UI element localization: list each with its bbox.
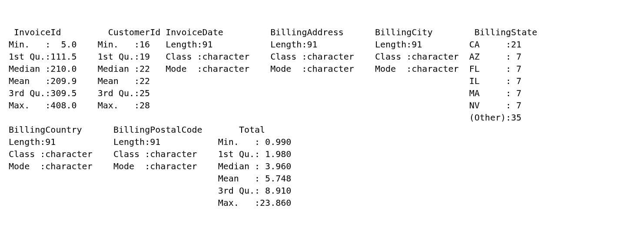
col-header-billingpostalcode: BillingPostalCode xyxy=(108,124,202,135)
col-header-total: Total xyxy=(213,124,297,135)
row1-line5: 3rd Qu.:309.5 3rd Qu.:25 MA : 7 xyxy=(3,88,532,98)
row2-line1: Length:91 Length:91 Min. : 0.990 xyxy=(3,137,296,147)
col-header-billingcity: BillingCity xyxy=(370,27,464,37)
row2-header: BillingCountry BillingPostalCode Total xyxy=(3,124,296,135)
row1-line6: Max. :408.0 Max. :28 NV : 7 xyxy=(3,100,532,111)
row2-line4: Mean : 5.748 xyxy=(3,173,296,184)
col-header-billingcountry: BillingCountry xyxy=(3,124,98,135)
row1-line3: Median :210.0 Median :22 Mode :character… xyxy=(3,64,532,74)
row2-line6: Max. :23.860 xyxy=(3,198,296,208)
row2-line2: Class :character Class :character 1st Qu… xyxy=(3,149,296,159)
col-header-billingaddress: BillingAddress xyxy=(265,27,359,37)
row2-line3: Mode :character Mode :character Median :… xyxy=(3,161,296,171)
col-header-invoicedate: InvoiceDate xyxy=(160,27,255,37)
col-header-invoiceid: InvoiceId xyxy=(3,27,77,37)
col-header-billingstate: BillingState xyxy=(464,27,538,37)
row2-line5: 3rd Qu.: 8.910 xyxy=(3,185,296,196)
row1-line4: Mean :209.9 Mean :22 IL : 7 xyxy=(3,76,532,86)
row1-line7: (Other):35 xyxy=(3,112,532,123)
row1-line2: 1st Qu.:111.5 1st Qu.:19 Class :characte… xyxy=(3,51,532,62)
col-header-customerid: CustomerId xyxy=(93,27,161,37)
row1-header: InvoiceId CustomerId InvoiceDate Billing… xyxy=(3,27,537,37)
row1-line1: Min. : 5.0 Min. :16 Length:91 Length:91 … xyxy=(3,39,532,50)
r-summary-output: InvoiceId CustomerId InvoiceDate Billing… xyxy=(3,26,641,209)
